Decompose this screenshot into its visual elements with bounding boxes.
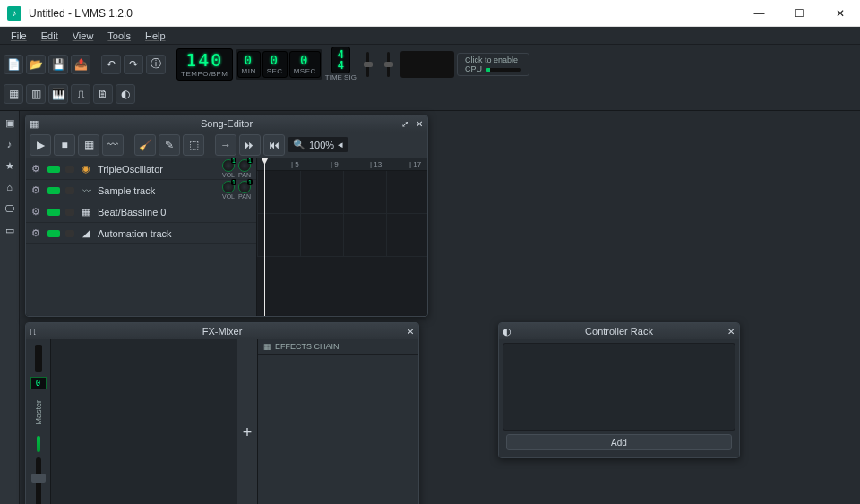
- fx-mixer-close[interactable]: ✕: [404, 325, 417, 337]
- visualizer: [400, 51, 454, 78]
- stop-button[interactable]: ■: [54, 134, 75, 156]
- sidebar: ▣ ♪ ★ ⌂ 🖵 ▭: [0, 111, 20, 504]
- menu-tools[interactable]: Tools: [100, 29, 138, 43]
- info-button[interactable]: ⓘ: [146, 55, 166, 74]
- samples-tab[interactable]: ♪: [2, 136, 18, 152]
- mute-toggle[interactable]: [47, 209, 60, 216]
- projects-tab[interactable]: ▭: [2, 222, 18, 238]
- pan-knob[interactable]: 1: [238, 181, 251, 193]
- add-channel-button[interactable]: +: [237, 339, 257, 504]
- home-tab[interactable]: ⌂: [2, 179, 18, 195]
- solo-toggle[interactable]: [65, 166, 74, 173]
- play-button[interactable]: ▶: [30, 134, 51, 156]
- menu-edit[interactable]: Edit: [34, 29, 65, 43]
- mixer-icon: ⎍: [30, 326, 36, 337]
- window-minimize-button[interactable]: —: [739, 0, 779, 27]
- solo-toggle[interactable]: [65, 209, 74, 216]
- gear-icon[interactable]: ⚙: [30, 227, 42, 240]
- vu-meter: [35, 345, 42, 372]
- master-channel[interactable]: 0 Master: [26, 339, 51, 504]
- playhead[interactable]: [264, 158, 265, 316]
- track-row[interactable]: ⚙ ◢ Automation track: [26, 223, 256, 244]
- song-timeline[interactable]: | 5 | 9 | 13 | 17: [257, 158, 427, 316]
- zoom-icon: 🔍: [293, 139, 305, 150]
- master-level-display: 0: [30, 377, 47, 389]
- track-row[interactable]: ⚙ ▦ Beat/Bassline 0: [26, 201, 256, 223]
- fx-channel-area: +: [51, 339, 257, 504]
- computer-tab[interactable]: 🖵: [2, 201, 18, 217]
- fx-mixer-button[interactable]: ⎍: [71, 84, 90, 104]
- menu-bar: File Edit View Tools Help: [0, 27, 860, 45]
- song-editor-maximize[interactable]: ⤢: [399, 117, 411, 130]
- song-editor-icon: ▦: [30, 118, 39, 130]
- controller-rack-window: ◐ Controller Rack ✕ Add: [498, 322, 740, 458]
- bb-editor-button[interactable]: ▥: [26, 84, 46, 104]
- gear-icon[interactable]: ⚙: [30, 184, 42, 197]
- erase-mode-button[interactable]: 🧹: [134, 134, 156, 156]
- osc-icon: ◉: [80, 163, 92, 175]
- controller-icon: ◐: [503, 326, 512, 337]
- song-editor-title: Song-Editor: [201, 118, 253, 129]
- menu-view[interactable]: View: [65, 29, 101, 43]
- vol-knob[interactable]: 1: [222, 159, 235, 172]
- window-maximize-button[interactable]: ☐: [779, 0, 820, 27]
- select-mode-button[interactable]: ⬚: [183, 134, 204, 156]
- record-step-button[interactable]: 〰: [102, 134, 124, 156]
- new-file-button[interactable]: 📄: [4, 55, 23, 74]
- tempo-display[interactable]: 140 TEMPO/BPM: [176, 48, 233, 81]
- export-button[interactable]: 📤: [71, 55, 90, 74]
- track-row[interactable]: ⚙ ◉ TripleOscillator 1VOL 1PAN: [26, 158, 256, 180]
- menu-help[interactable]: Help: [138, 29, 173, 43]
- mute-toggle[interactable]: [47, 230, 60, 237]
- song-editor-toolbar: ▶ ■ ▦ 〰 🧹 ✎ ⬚ → ⏭ ⏮ 🔍 100% ◂: [26, 132, 427, 158]
- fx-mixer-title: FX-Mixer: [202, 326, 243, 337]
- draw-mode-button[interactable]: ✎: [159, 134, 180, 156]
- window-close-button[interactable]: ✕: [820, 0, 860, 27]
- controller-rack-title: Controller Rack: [585, 326, 653, 337]
- mute-toggle[interactable]: [47, 187, 60, 194]
- piano-roll-button[interactable]: 🎹: [48, 84, 68, 104]
- toggle-icon[interactable]: ▦: [263, 342, 271, 351]
- song-editor-window: ▦ Song-Editor ⤢ ✕ ▶ ■ ▦ 〰 🧹 ✎ ⬚ → ⏭ ⏮: [25, 115, 428, 317]
- record-button[interactable]: ▦: [78, 134, 99, 156]
- redo-button[interactable]: ↷: [124, 55, 143, 74]
- cpu-meter[interactable]: Click to enable CPU: [457, 53, 529, 76]
- song-editor-close[interactable]: ✕: [413, 117, 426, 130]
- workspace: ▣ ♪ ★ ⌂ 🖵 ▭ ▦ Song-Editor ⤢ ✕ ▶ ■ ▦ 〰: [0, 111, 860, 504]
- master-volume-slider[interactable]: [359, 48, 377, 81]
- timeline-ruler[interactable]: | 5 | 9 | 13 | 17: [257, 158, 427, 171]
- open-file-button[interactable]: 📂: [26, 55, 46, 74]
- add-controller-button[interactable]: Add: [506, 434, 732, 450]
- gear-icon[interactable]: ⚙: [30, 206, 42, 218]
- app-icon: ♪: [7, 6, 22, 21]
- skip-fwd-button[interactable]: →: [215, 134, 236, 156]
- chevron-left-icon[interactable]: ◂: [338, 139, 343, 150]
- menu-file[interactable]: File: [4, 29, 34, 43]
- master-fader[interactable]: [36, 457, 41, 504]
- master-pitch-slider[interactable]: [380, 48, 398, 81]
- window-title: Untitled - LMMS 1.2.0: [29, 7, 739, 20]
- controller-rack-close[interactable]: ✕: [725, 325, 737, 337]
- mute-toggle[interactable]: [47, 166, 60, 173]
- presets-tab[interactable]: ★: [2, 158, 18, 174]
- instruments-tab[interactable]: ▣: [2, 115, 18, 131]
- zoom-control[interactable]: 🔍 100% ◂: [288, 137, 348, 152]
- pan-knob[interactable]: 1: [238, 159, 251, 172]
- skip-end-button[interactable]: ⏭: [239, 134, 261, 156]
- song-editor-button[interactable]: ▦: [4, 84, 23, 104]
- gear-icon[interactable]: ⚙: [30, 163, 42, 175]
- notes-button[interactable]: 🗎: [93, 84, 113, 104]
- controller-list: [503, 343, 735, 431]
- skip-start-button[interactable]: ⏮: [263, 134, 285, 156]
- solo-toggle[interactable]: [65, 187, 74, 194]
- wave-icon: 〰: [80, 184, 92, 197]
- controller-rack-button[interactable]: ◐: [116, 84, 135, 104]
- solo-toggle[interactable]: [65, 230, 74, 237]
- timesig-display[interactable]: 4 4: [331, 47, 350, 73]
- undo-button[interactable]: ↶: [101, 55, 121, 74]
- window-titlebar: ♪ Untitled - LMMS 1.2.0 — ☐ ✕: [0, 0, 860, 27]
- vol-knob[interactable]: 1: [222, 181, 235, 193]
- track-row[interactable]: ⚙ 〰 Sample track 1VOL 1PAN: [26, 180, 256, 201]
- fx-mixer-window: ⎍ FX-Mixer ✕ 0 Master + ▦EFFECTS CHAIN: [25, 322, 419, 504]
- save-button[interactable]: 💾: [48, 55, 68, 74]
